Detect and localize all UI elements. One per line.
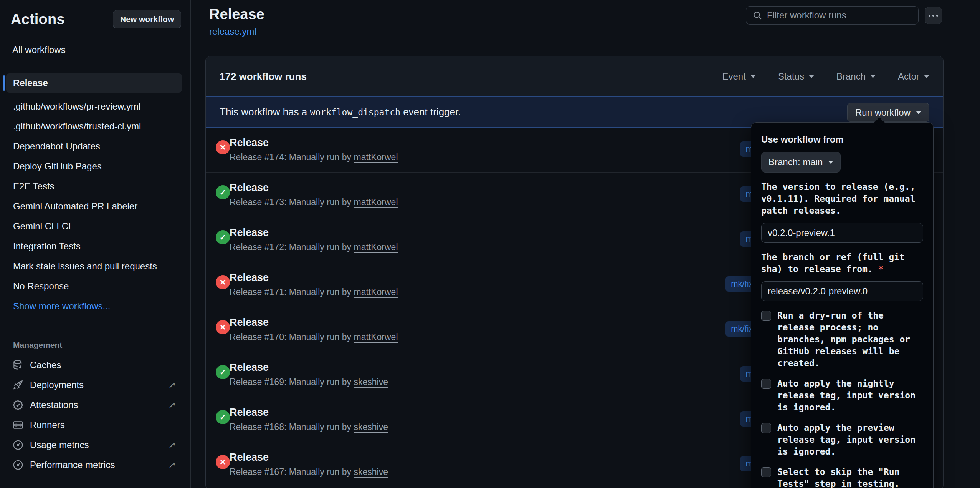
sidebar-item-deployments[interactable]: Deployments ↗	[0, 375, 190, 395]
run-workflow-dropdown-panel: Use workflow from Branch: main The versi…	[751, 122, 934, 488]
sidebar-item-attestations[interactable]: Attestations ↗	[0, 395, 190, 415]
sidebar-divider	[3, 329, 187, 329]
sidebar-item-usage-metrics[interactable]: Usage metrics ↗	[0, 435, 190, 455]
sidebar-item-gemini-cli-ci[interactable]: Gemini CLI CI	[0, 216, 190, 236]
sidebar-title: Actions	[11, 11, 65, 28]
sidebar-item-gemini-pr-labeler[interactable]: Gemini Automated PR Labeler	[0, 196, 190, 216]
sidebar-item-performance-metrics[interactable]: Performance metrics ↗	[0, 455, 190, 475]
workflow-options-kebab-button[interactable]	[925, 7, 942, 24]
nightly-tag-checkbox[interactable]	[761, 379, 771, 389]
sidebar-item-e2e-tests[interactable]: E2E Tests	[0, 176, 190, 196]
dry-run-checkbox-label: Run a dry-run of the release process; no…	[777, 310, 923, 369]
filter-status-dropdown[interactable]: Status	[778, 71, 814, 82]
actor-link[interactable]: mattKorwel	[354, 287, 398, 297]
run-subtitle: Release #172: Manually run by mattKorwel	[230, 242, 398, 252]
run-title[interactable]: Release	[230, 451, 269, 463]
external-link-icon: ↗	[168, 460, 176, 470]
workflow-file-link[interactable]: release.yml	[209, 26, 256, 37]
run-title[interactable]: Release	[230, 137, 269, 149]
status-success-icon	[216, 410, 230, 424]
actor-link[interactable]: skeshive	[354, 467, 388, 477]
page-title: Release	[209, 6, 264, 23]
filter-workflow-runs-input[interactable]	[767, 10, 912, 21]
actor-link[interactable]: mattKorwel	[354, 332, 398, 342]
chevron-down-icon	[828, 161, 833, 164]
sidebar-item-pr-review[interactable]: .github/workflows/pr-review.yml	[0, 96, 190, 116]
status-success-icon	[216, 185, 230, 199]
verified-badge-icon	[12, 399, 24, 411]
sidebar-item-trusted-ci[interactable]: .github/workflows/trusted-ci.yml	[0, 116, 190, 136]
run-title[interactable]: Release	[230, 182, 269, 194]
ref-input[interactable]	[761, 281, 923, 301]
filter-label: Event	[722, 71, 746, 82]
status-failure-icon	[216, 140, 230, 154]
filter-event-dropdown[interactable]: Event	[722, 71, 756, 82]
nightly-tag-checkbox-row: Auto apply the nightly release tag, inpu…	[761, 378, 923, 413]
chevron-down-icon	[924, 75, 929, 78]
status-success-icon	[216, 230, 230, 244]
meter-icon	[12, 439, 24, 451]
banner-text: This workflow has a workflow_dispatch ev…	[220, 106, 461, 118]
sidebar-item-label: Runners	[30, 420, 65, 430]
sidebar-item-dependabot-updates[interactable]: Dependabot Updates	[0, 136, 190, 156]
run-subtitle: Release #167: Manually run by skeshive	[230, 467, 388, 477]
meter-icon	[12, 459, 24, 471]
sidebar-item-deploy-github-pages[interactable]: Deploy GitHub Pages	[0, 156, 190, 176]
sidebar-item-release-selected[interactable]: Release	[6, 73, 182, 93]
run-title[interactable]: Release	[230, 362, 269, 373]
run-title[interactable]: Release	[230, 272, 269, 284]
server-icon	[12, 419, 24, 431]
chevron-down-icon	[916, 111, 921, 114]
run-subtitle: Release #170: Manually run by mattKorwel	[230, 332, 398, 342]
search-icon	[752, 10, 762, 20]
sidebar-item-runners[interactable]: Runners	[0, 415, 190, 435]
filter-label: Actor	[898, 71, 919, 82]
chevron-down-icon	[870, 75, 876, 78]
actor-link[interactable]: mattKorwel	[354, 242, 398, 252]
branch-select-button[interactable]: Branch: main	[761, 152, 841, 173]
rocket-icon	[12, 379, 24, 391]
run-title[interactable]: Release	[230, 407, 269, 418]
actor-link[interactable]: skeshive	[354, 422, 388, 432]
version-input-description: The version to release (e.g., v0.1.11). …	[761, 181, 923, 217]
skip-tests-checkbox-row: Select to skip the "Run Tests" step in t…	[761, 466, 923, 488]
version-input[interactable]	[761, 223, 923, 243]
preview-tag-checkbox[interactable]	[761, 423, 771, 433]
sidebar-item-integration-tests[interactable]: Integration Tests	[0, 236, 190, 256]
run-subtitle: Release #173: Manually run by mattKorwel	[230, 197, 398, 207]
dry-run-checkbox-row: Run a dry-run of the release process; no…	[761, 310, 923, 369]
selected-accent-bar	[3, 75, 5, 91]
run-filters: Event Status Branch Actor	[722, 71, 929, 82]
actions-sidebar: Actions New workflow All workflows Relea…	[0, 0, 191, 488]
run-title[interactable]: Release	[230, 227, 269, 239]
run-workflow-dropdown-button[interactable]: Run workflow	[847, 103, 929, 122]
sidebar-item-label: Deployments	[30, 380, 84, 390]
run-title[interactable]: Release	[230, 317, 269, 329]
filter-workflow-runs-box	[746, 6, 919, 25]
run-subtitle: Release #169: Manually run by skeshive	[230, 377, 388, 387]
nightly-tag-checkbox-label: Auto apply the nightly release tag, inpu…	[777, 378, 923, 413]
show-more-workflows-link[interactable]: Show more workflows...	[0, 296, 190, 316]
new-workflow-button[interactable]: New workflow	[113, 10, 181, 28]
skip-tests-checkbox[interactable]	[761, 467, 771, 477]
ref-input-description: The branch or ref (full git sha) to rele…	[761, 251, 923, 275]
use-workflow-from-heading: Use workflow from	[761, 134, 923, 145]
dry-run-checkbox[interactable]	[761, 311, 771, 321]
workflow-dispatch-code: workflow_dispatch	[310, 107, 400, 117]
runs-count: 172 workflow runs	[220, 71, 307, 83]
sidebar-item-label: Usage metrics	[30, 440, 89, 450]
sidebar-item-caches[interactable]: Caches	[0, 355, 190, 375]
actor-link[interactable]: skeshive	[354, 377, 388, 387]
filter-label: Branch	[836, 71, 866, 82]
sidebar-item-label: Release	[13, 78, 48, 88]
filter-actor-dropdown[interactable]: Actor	[898, 71, 929, 82]
actor-link[interactable]: mattKorwel	[354, 152, 398, 162]
sidebar-item-label: Attestations	[30, 400, 78, 410]
required-asterisk: *	[878, 264, 884, 274]
actor-link[interactable]: mattKorwel	[354, 197, 398, 207]
branch-select-label: Branch: main	[768, 157, 823, 168]
sidebar-item-all-workflows[interactable]: All workflows	[12, 45, 190, 55]
sidebar-item-mark-stale[interactable]: Mark stale issues and pull requests	[0, 256, 190, 276]
filter-branch-dropdown[interactable]: Branch	[836, 71, 876, 82]
sidebar-item-no-response[interactable]: No Response	[0, 276, 190, 296]
